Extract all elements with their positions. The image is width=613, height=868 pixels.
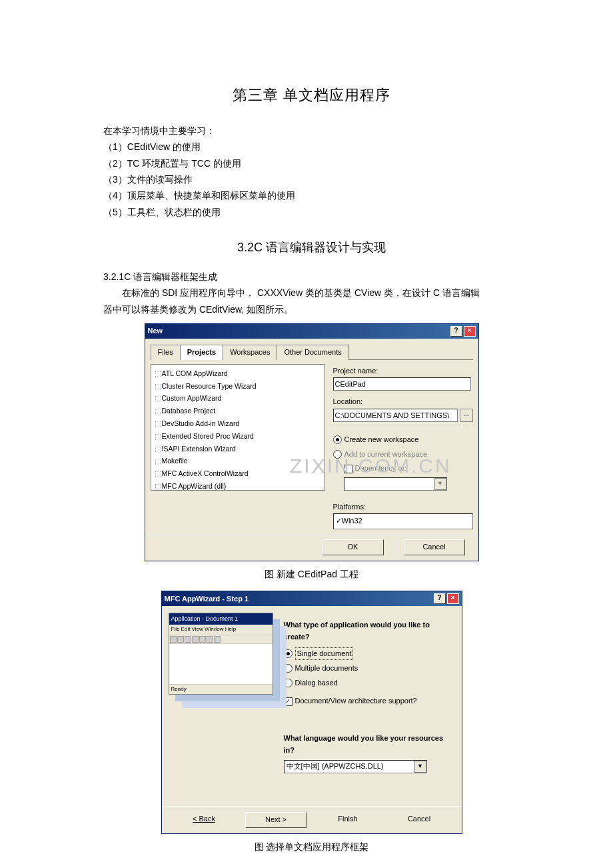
activex-icon: ⬚ [154,468,162,479]
preview-menu: File Edit View Window Help [169,625,273,635]
db-icon: ⬚ [154,405,162,417]
list-item[interactable]: ⬚ISAPI Extension Wizard [154,443,322,455]
figure-caption-2: 图 选择单文档应用程序框架 [103,839,520,854]
item-4: （4）顶层菜单、快捷菜单和图标区菜单的使用 [103,188,520,203]
preview-canvas [169,644,273,684]
dependency-check: Dependency of: [344,463,473,475]
list-item[interactable]: ⬚Custom AppWizard [154,392,322,405]
item-1: （1）CEditView 的使用 [103,139,520,154]
docview-check[interactable]: Document/View architecture support? [284,695,450,707]
subsection-p1b: 器中可以将基类修改为 CEditView, 如图所示。 [103,302,520,317]
platforms-label: Platforms: [333,501,473,513]
finish-button[interactable]: Finish [318,812,378,828]
add-workspace-radio[interactable]: Add to current workspace [333,449,473,461]
list-item[interactable]: ⬚ATL COM AppWizard [154,367,322,380]
preview-thumbnail: Application - Document 1 File Edit View … [169,613,273,695]
create-workspace-radio[interactable]: Create new workspace [333,434,473,446]
location-input[interactable] [333,409,458,422]
close-icon[interactable]: × [447,593,459,604]
platforms-list[interactable]: ✓Win32 [333,513,473,529]
next-button[interactable]: Next > [245,812,306,828]
subsection-p1a: 在标准的 SDI 应用程序向导中， CXXXView 类的基类是 CView 类… [103,285,520,300]
wizard-icon: ⬚ [154,368,162,379]
file-icon: ⬚ [154,455,162,467]
chapter-title: 第三章 单文档应用程序 [103,83,520,107]
tab-files[interactable]: Files [151,345,181,360]
tab-projects[interactable]: Projects [180,345,223,360]
tab-other-documents[interactable]: Other Documents [277,345,348,360]
close-icon[interactable]: × [464,326,476,337]
back-button[interactable]: < Back [174,812,234,828]
mfc-icon: ⬚ [154,481,162,491]
list-item[interactable]: ⬚DevStudio Add-in Wizard [154,417,322,430]
preview-statusbar: Ready [169,684,273,695]
chevron-down-icon: ▼ [434,478,446,490]
location-label: Location: [333,396,473,408]
multiple-documents-radio[interactable]: Multiple documents [284,663,450,675]
question-app-type: What type of application would you like … [284,619,450,643]
preview-toolbar [169,635,273,644]
checkbox-icon [344,465,352,473]
radio-icon [284,679,293,687]
list-item[interactable]: ⬚MFC ActiveX ControlWizard [154,467,322,480]
help-icon[interactable]: ? [434,593,446,604]
radio-icon [333,450,342,459]
cancel-button[interactable]: Cancel [404,539,465,555]
preview-titlebar: Application - Document 1 [169,613,273,624]
list-item[interactable]: ⬚Database Project [154,405,322,417]
list-item[interactable]: ⬚MFC AppWizard (dll) [154,480,322,491]
subsection-title: 3.2.1C 语言编辑器框架生成 [103,269,520,284]
wizard-icon: ⬚ [154,381,162,392]
tab-workspaces[interactable]: Workspaces [223,345,277,360]
wizard-icon: ⬚ [154,418,162,429]
item-2: （2）TC 环境配置与 TCC 的使用 [103,156,520,171]
list-item[interactable]: ⬚Extended Stored Proc Wizard [154,430,322,443]
help-icon[interactable]: ? [450,326,462,337]
titlebar: MFC AppWizard - Step 1 ? × [162,591,462,606]
item-5: （5）工具栏、状态栏的使用 [103,205,520,219]
titlebar: New ? × [145,324,478,339]
item-3: （3）文件的读写操作 [103,172,520,187]
appwizard-dialog: MFC AppWizard - Step 1 ? × Application -… [161,591,462,834]
dialog-title: New [148,325,163,337]
dependency-combo: ▼ [344,477,447,491]
radio-icon [284,649,293,658]
wizard-icon: ⬚ [154,393,162,404]
project-name-label: Project name: [333,365,473,377]
section-title: 3.2C 语言编辑器设计与实现 [103,238,520,257]
radio-icon [284,664,293,673]
project-name-input[interactable] [333,377,472,391]
new-dialog: New ? × Files Projects Workspaces Other … [145,323,479,561]
checkbox-icon [284,697,293,706]
intro-line: 在本学习情境中主要学习： [103,123,520,138]
dialog-based-radio[interactable]: Dialog based [284,677,450,689]
language-value: 中文[中国] (APPWZCHS.DLL) [287,761,384,773]
project-type-list[interactable]: ⬚ATL COM AppWizard ⬚Cluster Resource Typ… [151,364,325,491]
single-document-radio[interactable]: Single document [284,647,450,661]
cancel-button[interactable]: Cancel [389,812,449,828]
wizard-icon: ⬚ [154,431,162,442]
question-language: What language would you like your resour… [284,733,450,756]
tab-bar: Files Projects Workspaces Other Document… [151,344,473,360]
figure-caption-1: 图 新建 CEditPad 工程 [103,567,520,581]
language-combo[interactable]: 中文[中国] (APPWZCHS.DLL) ▼ [284,760,427,773]
globe-icon: ⬚ [154,443,162,455]
ok-button[interactable]: OK [322,539,384,555]
list-item[interactable]: ⬚Makefile [154,455,322,467]
browse-button[interactable]: ... [460,409,473,422]
radio-icon [333,435,342,444]
dialog-title: MFC AppWizard - Step 1 [165,593,249,605]
list-item[interactable]: ⬚Cluster Resource Type Wizard [154,380,322,393]
chevron-down-icon[interactable]: ▼ [414,761,426,773]
